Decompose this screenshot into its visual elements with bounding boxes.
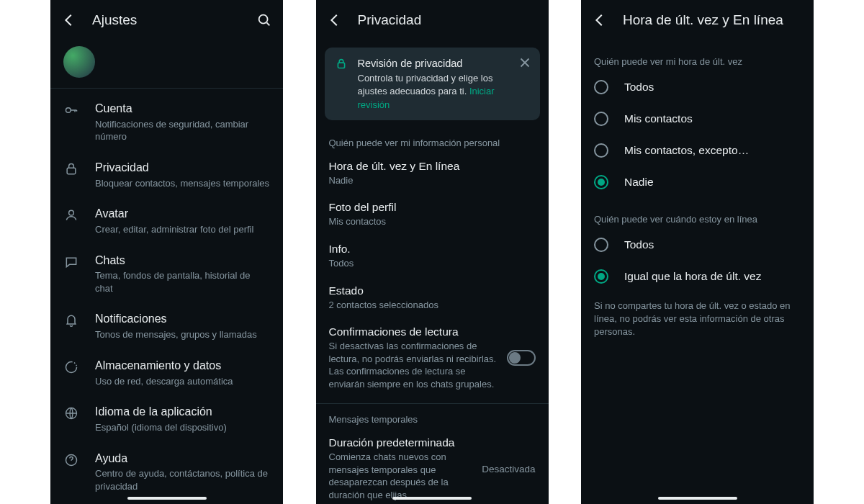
item-desc: Si desactivas las confirmaciones de lect…: [329, 340, 498, 390]
settings-item-chats[interactable]: Chats Tema, fondos de pantalla, historia…: [50, 245, 283, 304]
back-icon[interactable]: [325, 10, 345, 30]
settings-item-storage[interactable]: Almacenamiento y datos Uso de red, desca…: [50, 350, 283, 396]
item-sub: Crear, editar, administrar foto del perf…: [95, 223, 270, 236]
settings-item-notifications[interactable]: Notificaciones Tonos de mensajes, grupos…: [50, 303, 283, 349]
privacy-item-default-timer[interactable]: Duración predeterminada Comienza chats n…: [316, 429, 549, 504]
radio-icon: [594, 175, 608, 189]
settings-item-avatar[interactable]: Avatar Crear, editar, administrar foto d…: [50, 198, 283, 244]
nav-pill: [127, 497, 207, 500]
nav-pill: [658, 497, 737, 500]
section-label: Mensajes temporales: [316, 404, 549, 429]
profile-row[interactable]: [50, 40, 283, 88]
shield-lock-icon: [333, 56, 349, 72]
item-title: Hora de últ. vez y En línea: [329, 160, 536, 173]
radio-option-contacts-except[interactable]: Mis contactos, excepto…: [581, 135, 814, 166]
privacy-item-photo[interactable]: Foto del perfil Mis contactos: [316, 194, 549, 235]
radio-icon: [594, 269, 608, 284]
key-icon: [63, 102, 79, 117]
page-title: Ajustes: [92, 12, 241, 28]
settings-item-privacy[interactable]: Privacidad Bloquear contactos, mensajes …: [50, 152, 283, 198]
section-label: Quién puede ver mi hora de últ. vez: [581, 40, 814, 71]
item-title: Avatar: [95, 207, 270, 222]
radio-icon: [594, 143, 608, 158]
radio-option-nobody[interactable]: Nadie: [581, 166, 814, 198]
settings-list: Cuenta Notificaciones de seguridad, camb…: [50, 89, 283, 504]
topbar: Hora de últ. vez y En línea: [581, 0, 814, 40]
topbar: Privacidad: [316, 0, 549, 40]
item-title: Estado: [329, 284, 536, 297]
nav-pill: [392, 497, 472, 500]
data-usage-icon: [63, 359, 79, 374]
item-value: Mis contactos: [329, 215, 536, 228]
radio-option-online-everyone[interactable]: Todos: [581, 229, 814, 261]
chat-icon: [63, 253, 79, 269]
search-icon[interactable]: [254, 10, 274, 30]
privacy-item-last-seen[interactable]: Hora de últ. vez y En línea Nadie: [316, 153, 549, 194]
topbar: Ajustes: [50, 0, 283, 40]
option-label: Nadie: [624, 176, 654, 189]
option-label: Igual que la hora de últ. vez: [624, 270, 761, 283]
page-title: Privacidad: [358, 12, 540, 28]
item-title: Privacidad: [95, 161, 270, 176]
lock-icon: [63, 161, 79, 176]
page-title: Hora de últ. vez y En línea: [623, 12, 805, 28]
hint-text: Si no compartes tu hora de últ. vez o es…: [581, 292, 814, 346]
back-icon[interactable]: [590, 10, 610, 30]
item-sub: Uso de red, descarga automática: [95, 375, 270, 388]
option-label: Mis contactos: [624, 112, 693, 125]
help-icon: [63, 451, 79, 467]
privacy-item-status[interactable]: Estado 2 contactos seleccionados: [316, 277, 549, 319]
last-seen-screen: Hora de últ. vez y En línea Quién puede …: [581, 0, 814, 504]
item-value: Nadie: [329, 174, 536, 187]
svg-point-3: [69, 211, 74, 216]
settings-item-invite[interactable]: Invitar amigos: [50, 501, 283, 504]
close-icon[interactable]: [517, 55, 533, 71]
settings-screen: Ajustes Cuenta Notificaciones de segurid…: [50, 0, 283, 504]
item-sub: Tema, fondos de pantalla, historial de c…: [95, 269, 270, 294]
settings-item-account[interactable]: Cuenta Notificaciones de seguridad, camb…: [50, 93, 283, 152]
privacy-item-read-receipts[interactable]: Confirmaciones de lectura Si desactivas …: [316, 318, 549, 397]
privacy-screen: Privacidad Revisión de privacidad Contro…: [316, 0, 549, 504]
radio-icon: [594, 80, 608, 94]
bell-icon: [63, 312, 79, 328]
radio-icon: [594, 238, 608, 252]
item-sub: Notificaciones de seguridad, cambiar núm…: [95, 118, 270, 143]
radio-option-contacts[interactable]: Mis contactos: [581, 103, 814, 135]
svg-point-0: [259, 15, 268, 24]
banner-title: Revisión de privacidad: [358, 56, 511, 71]
option-label: Todos: [624, 238, 654, 251]
item-title: Duración predeterminada: [329, 436, 474, 449]
svg-rect-2: [67, 168, 76, 174]
back-icon[interactable]: [59, 10, 79, 30]
section-label: Quién puede ver mi información personal: [316, 127, 549, 153]
settings-item-language[interactable]: Idioma de la aplicación Español (idioma …: [50, 396, 283, 442]
option-label: Todos: [624, 81, 654, 94]
item-title: Notificaciones: [95, 312, 270, 327]
read-receipts-toggle[interactable]: [507, 350, 536, 366]
item-title: Chats: [95, 253, 270, 269]
option-label: Mis contactos, excepto…: [624, 144, 749, 157]
item-value: 2 contactos seleccionados: [329, 299, 536, 312]
item-sub: Español (idioma del dispositivo): [95, 421, 270, 434]
item-sub: Tonos de mensajes, grupos y llamadas: [95, 328, 270, 341]
radio-option-online-same[interactable]: Igual que la hora de últ. vez: [581, 261, 814, 292]
globe-icon: [63, 405, 79, 420]
item-title: Cuenta: [95, 102, 270, 117]
avatar: [63, 46, 95, 78]
item-title: Ayuda: [95, 451, 270, 467]
item-sub: Bloquear contactos, mensajes temporales: [95, 177, 270, 190]
item-title: Info.: [329, 243, 536, 256]
item-title: Confirmaciones de lectura: [329, 325, 498, 338]
radio-option-everyone[interactable]: Todos: [581, 71, 814, 103]
privacy-item-info[interactable]: Info. Todos: [316, 235, 549, 277]
avatar-icon: [63, 207, 79, 222]
item-title: Almacenamiento y datos: [95, 359, 270, 374]
item-value: Todos: [329, 257, 536, 270]
item-title: Idioma de la aplicación: [95, 405, 270, 420]
privacy-checkup-banner[interactable]: Revisión de privacidad Controla tu priva…: [325, 48, 540, 120]
item-value: Desactivada: [482, 464, 535, 474]
section-label: Quién puede ver cuándo estoy en línea: [581, 198, 814, 229]
radio-icon: [594, 112, 608, 126]
settings-item-help[interactable]: Ayuda Centro de ayuda, contáctanos, polí…: [50, 443, 283, 502]
item-title: Foto del perfil: [329, 201, 536, 214]
